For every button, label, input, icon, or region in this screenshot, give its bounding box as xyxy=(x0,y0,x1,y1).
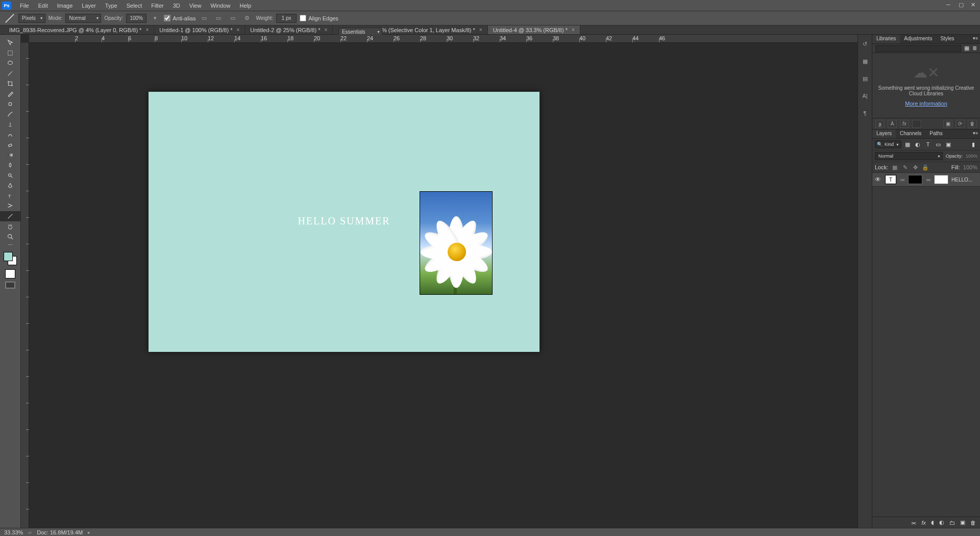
paragraph-panel-icon[interactable]: ¶ xyxy=(860,108,870,118)
menu-filter[interactable]: Filter xyxy=(146,3,168,9)
tool-eyedropper[interactable] xyxy=(0,89,20,99)
adjustment-layer-icon[interactable]: ◐ xyxy=(939,519,944,526)
menu-image[interactable]: Image xyxy=(53,3,78,9)
fill-swatch[interactable] xyxy=(912,120,921,128)
tab-close-icon[interactable]: × xyxy=(324,27,327,33)
new-layer-icon[interactable]: ▣ xyxy=(960,519,965,526)
tool-marquee[interactable] xyxy=(0,48,20,58)
tool-move[interactable] xyxy=(0,38,20,48)
lock-transparent-icon[interactable]: ▦ xyxy=(891,164,898,171)
reset-icon[interactable]: ⟳ xyxy=(955,120,965,128)
layer-row[interactable]: 👁 T ⫘ ⫘ HELLO... xyxy=(872,173,980,187)
tool-pen[interactable] xyxy=(0,181,20,191)
filter-pixel-icon[interactable]: ▦ xyxy=(903,140,912,148)
close-icon[interactable]: ✕ xyxy=(971,2,978,8)
doc-tab[interactable]: Untitled-2 @ 25% (RGB/8) *× xyxy=(245,25,333,34)
menu-layer[interactable]: Layer xyxy=(77,3,101,9)
link-layers-icon[interactable]: ⫘ xyxy=(911,520,916,526)
color-swatches[interactable] xyxy=(3,251,18,266)
trash-icon[interactable]: 🗑 xyxy=(968,120,977,128)
char-icon2[interactable]: A xyxy=(888,120,897,128)
tab-close-icon[interactable]: × xyxy=(145,27,149,33)
tool-history-brush[interactable] xyxy=(0,130,20,140)
tab-libraries[interactable]: Libraries xyxy=(872,35,900,43)
delete-layer-icon[interactable]: 🗑 xyxy=(970,520,976,526)
layer-fx-icon[interactable]: fx xyxy=(921,520,926,526)
opacity-input[interactable]: 100% xyxy=(126,14,146,23)
tool-lasso[interactable] xyxy=(0,58,20,68)
layer-filter-kind[interactable]: Kind xyxy=(875,140,901,148)
tool-crop[interactable] xyxy=(0,79,20,89)
quickmask-icon[interactable] xyxy=(5,269,15,278)
list-view-icon[interactable]: ≣ xyxy=(972,45,977,52)
work-area[interactable]: 2468101214161820222426283032343638404244… xyxy=(21,35,980,528)
canvas-image[interactable] xyxy=(420,191,493,295)
tool-brush[interactable] xyxy=(0,109,20,119)
tab-channels[interactable]: Channels xyxy=(896,130,925,138)
filter-adjust-icon[interactable]: ◐ xyxy=(914,140,922,148)
antialias-checkbox[interactable]: Anti-alias xyxy=(164,15,195,21)
swatches-panel-icon[interactable]: ▦ xyxy=(860,56,870,66)
menu-window[interactable]: Window xyxy=(206,3,235,9)
menu-3d[interactable]: 3D xyxy=(168,3,185,9)
minimize-icon[interactable]: ─ xyxy=(946,2,953,8)
maximize-icon[interactable]: ▢ xyxy=(959,2,966,8)
tab-layers[interactable]: Layers xyxy=(872,130,896,138)
align-edges-checkbox[interactable]: Align Edges xyxy=(300,15,338,21)
weight-input[interactable]: 1 px xyxy=(276,14,297,23)
menu-edit[interactable]: Edit xyxy=(34,3,53,9)
tab-styles[interactable]: Styles xyxy=(936,35,958,43)
tool-stamp[interactable] xyxy=(0,119,20,130)
tab-close-icon[interactable]: × xyxy=(236,27,239,33)
lock-pixels-icon[interactable]: ✎ xyxy=(901,164,909,171)
menu-view[interactable]: View xyxy=(185,3,206,9)
menu-type[interactable]: Type xyxy=(101,3,122,9)
align-left-icon[interactable]: ▭ xyxy=(199,13,210,24)
panel-menu-icon[interactable]: ▾≡ xyxy=(973,36,978,41)
foreground-color-swatch[interactable] xyxy=(4,252,13,261)
align-center-icon[interactable]: ▭ xyxy=(213,13,224,24)
fill-value[interactable]: 100% xyxy=(963,164,977,170)
tool-dodge[interactable] xyxy=(0,170,20,181)
doc-size[interactable]: Doc: 16.8M/19.4M xyxy=(37,529,83,535)
layer-mask-icon[interactable]: ◖ xyxy=(931,519,934,526)
align-icon[interactable]: ▣ xyxy=(943,120,952,128)
filter-smart-icon[interactable]: ▣ xyxy=(944,140,952,148)
opacity-chevron-icon[interactable]: ▾ xyxy=(150,13,161,24)
filter-shape-icon[interactable]: ▭ xyxy=(934,140,942,148)
char-icon[interactable]: a̲ xyxy=(875,120,885,128)
brushes-panel-icon[interactable]: ▤ xyxy=(860,73,870,84)
blend-mode-dropdown[interactable]: Normal xyxy=(875,152,943,160)
menu-help[interactable]: Help xyxy=(235,3,256,9)
tool-line[interactable] xyxy=(0,211,20,221)
visibility-icon[interactable]: 👁 xyxy=(875,176,882,183)
panel-menu-icon[interactable]: ▾≡ xyxy=(973,131,978,136)
tool-gradient[interactable] xyxy=(0,150,20,160)
layer-opacity-value[interactable]: 100% xyxy=(966,154,977,159)
tab-paths[interactable]: Paths xyxy=(925,130,947,138)
tool-path[interactable] xyxy=(0,201,20,211)
filter-type-icon[interactable]: T xyxy=(924,140,932,148)
libraries-more-link[interactable]: More information xyxy=(905,100,947,107)
mode-dropdown[interactable]: Normal xyxy=(65,14,101,23)
tab-close-icon[interactable]: × xyxy=(572,27,575,33)
zoom-popup-icon[interactable]: ▱ xyxy=(28,530,32,535)
tool-wand[interactable] xyxy=(0,68,20,79)
tool-zoom[interactable] xyxy=(0,232,20,242)
character-panel-icon[interactable]: A| xyxy=(860,91,870,101)
tool-healing[interactable] xyxy=(0,99,20,109)
lock-all-icon[interactable]: 🔒 xyxy=(922,164,929,171)
tab-adjustments[interactable]: Adjustments xyxy=(900,35,936,43)
gear-icon[interactable]: ⚙ xyxy=(241,13,253,24)
link-icon[interactable]: ⫘ xyxy=(925,176,931,183)
doc-tab[interactable]: Untitled-1 @ 100% (RGB/8) *× xyxy=(154,25,245,34)
tool-type[interactable]: T xyxy=(0,191,20,201)
lock-position-icon[interactable]: ✥ xyxy=(912,164,919,171)
fx-icon[interactable]: fx xyxy=(900,120,909,128)
layer-name[interactable]: HELLO... xyxy=(951,177,972,183)
tool-blur[interactable] xyxy=(0,160,20,170)
library-search-input[interactable] xyxy=(875,45,961,52)
doc-tab[interactable]: IMG_8938-Recovered.JPG @ 4% (Layer 0, RG… xyxy=(4,25,154,34)
doc-tab[interactable]: Untitled-4 @ 33.3% (RGB/8) *× xyxy=(488,25,580,34)
align-right-icon[interactable]: ▭ xyxy=(227,13,238,24)
